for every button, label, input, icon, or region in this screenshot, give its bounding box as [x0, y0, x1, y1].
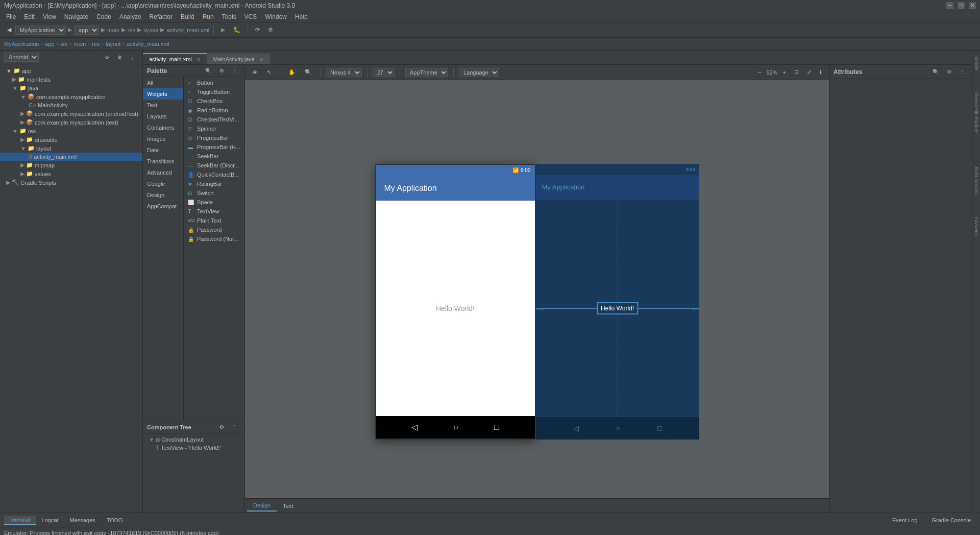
zoom-in-button[interactable]: +: [780, 68, 789, 77]
menu-navigate[interactable]: Navigate: [60, 12, 92, 21]
tree-manifests[interactable]: ▶ 📁 manifests: [0, 75, 142, 84]
info-button[interactable]: ℹ: [817, 68, 825, 77]
bc-app[interactable]: app: [45, 41, 54, 47]
back-button[interactable]: ◀: [4, 26, 14, 34]
palette-item-spinner[interactable]: ▽ Spinner: [185, 124, 243, 133]
terminal-tab[interactable]: Terminal: [4, 516, 36, 525]
canvas-cursor-button[interactable]: ↖: [264, 68, 275, 77]
comp-tree-more[interactable]: ⋮: [229, 423, 240, 431]
close-button[interactable]: ✕: [969, 2, 976, 9]
gradle-console-tab[interactable]: Gradle Console: [927, 516, 976, 524]
palette-cat-date[interactable]: Date: [143, 144, 183, 156]
palette-item-plaintext[interactable]: abc Plain Text: [185, 216, 243, 225]
api-selector[interactable]: 27: [373, 68, 395, 77]
build-variants-tab[interactable]: Build Variants: [973, 163, 980, 199]
bc-activity-main[interactable]: activity_main.xml: [127, 41, 169, 47]
settings-button[interactable]: ⚙: [265, 26, 276, 34]
palette-cat-advanced[interactable]: Advanced: [143, 167, 183, 178]
tree-values[interactable]: ▶ 📁 values: [0, 169, 142, 178]
debug-button[interactable]: 🐛: [230, 26, 243, 34]
canvas-zoom-button[interactable]: 🔍: [302, 68, 315, 77]
maximize-button[interactable]: □: [958, 2, 965, 9]
canvas-eye-button[interactable]: 👁: [249, 68, 261, 77]
menu-window[interactable]: Window: [261, 12, 291, 21]
palette-item-checkbox[interactable]: ☑ CheckBox: [185, 96, 243, 106]
tree-mipmap[interactable]: ▶ 📁 mipmap: [0, 161, 142, 169]
run-button[interactable]: ▶: [218, 26, 228, 34]
tree-package-main[interactable]: ▼ 📦 com.example.myapplication: [0, 92, 142, 101]
comp-constraint-layout[interactable]: ▼ ⊞ ConstraintLayout: [145, 435, 242, 444]
palette-item-checkedtextview[interactable]: ☑ CheckedTextVi...: [185, 115, 243, 124]
attributes-more[interactable]: ⋮: [957, 68, 968, 76]
tree-app[interactable]: ▼ 📁 app: [0, 66, 142, 75]
attributes-search[interactable]: 🔍: [929, 68, 942, 76]
palette-item-button[interactable]: ○ Button: [185, 78, 243, 87]
bc-layout[interactable]: layout: [106, 41, 120, 47]
menu-run[interactable]: Run: [199, 12, 218, 21]
palette-cat-layouts[interactable]: Layouts: [143, 111, 183, 122]
tree-java[interactable]: ▼ 📁 java: [0, 84, 142, 92]
logcat-tab[interactable]: Logcat: [37, 516, 64, 524]
palette-item-togglebutton[interactable]: ○ ToggleButton: [185, 87, 243, 96]
menu-build[interactable]: Build: [177, 12, 199, 21]
palette-cat-all[interactable]: All: [143, 77, 183, 88]
tree-res[interactable]: ▼ 📁 res: [0, 127, 142, 135]
favorites-tab[interactable]: Favorites: [973, 213, 980, 240]
palette-item-password[interactable]: 🔒 Password: [185, 225, 243, 234]
project-settings-button[interactable]: ⚙: [114, 54, 125, 61]
menu-help[interactable]: Help: [291, 12, 312, 21]
canvas-tab-text[interactable]: Text: [277, 501, 299, 511]
menu-view[interactable]: View: [39, 12, 60, 21]
tab-mainactivity-close[interactable]: ✕: [259, 57, 263, 62]
gradle-tab[interactable]: Gradle: [973, 53, 980, 75]
event-log-tab[interactable]: Event Log: [887, 516, 923, 524]
device-selector[interactable]: Nexus 4: [326, 68, 362, 77]
fit-screen-button[interactable]: ⊡: [791, 68, 802, 77]
comp-tree-settings[interactable]: ⚙: [216, 423, 227, 431]
palette-item-textview[interactable]: T TextView: [185, 207, 243, 216]
tree-gradle[interactable]: ▶ 🔨 Gradle Scripts: [0, 178, 142, 187]
sync-button[interactable]: ⟳: [252, 26, 263, 34]
palette-more-button[interactable]: ⋮: [229, 67, 240, 75]
menu-code[interactable]: Code: [92, 12, 115, 21]
tree-package-test[interactable]: ▶ 📦 com.example.myapplication (test): [0, 118, 142, 127]
tree-drawable[interactable]: ▶ 📁 drawable: [0, 135, 142, 144]
tree-activity-main[interactable]: X activity_main.xml: [0, 153, 142, 161]
palette-cat-appcompat[interactable]: AppCompat: [143, 201, 183, 212]
palette-cat-google[interactable]: Google: [143, 178, 183, 189]
module-selector[interactable]: MyApplication: [15, 26, 66, 35]
palette-item-password-num[interactable]: 🔒 Password (Nur...: [185, 234, 243, 244]
minimize-button[interactable]: ─: [946, 2, 953, 9]
menu-tools[interactable]: Tools: [218, 12, 240, 21]
menu-file[interactable]: File: [2, 12, 20, 21]
palette-item-seekbar[interactable]: — SeekBar: [185, 152, 243, 161]
menu-edit[interactable]: Edit: [20, 12, 39, 21]
zoom-out-button[interactable]: −: [755, 68, 764, 77]
bc-res[interactable]: res: [92, 41, 100, 47]
tab-activity-main[interactable]: activity_main.xml ✕: [143, 53, 207, 64]
sync-project-button[interactable]: ⟳: [102, 54, 112, 61]
language-selector[interactable]: Language: [459, 68, 499, 77]
actual-size-button[interactable]: ⤢: [804, 68, 815, 77]
tree-mainactivity[interactable]: C A MainActivity: [0, 101, 142, 109]
tree-layout[interactable]: ▼ 📁 layout: [0, 144, 142, 153]
tree-package-androidtest[interactable]: ▶ 📦 com.example.myapplication (androidTe…: [0, 109, 142, 118]
palette-cat-transitions[interactable]: Transitions: [143, 156, 183, 167]
palette-settings-button[interactable]: ⚙: [216, 67, 227, 75]
project-gear-button[interactable]: ⋮: [127, 54, 138, 61]
bc-src[interactable]: src: [60, 41, 68, 47]
theme-selector[interactable]: AppTheme: [405, 68, 448, 77]
bc-main[interactable]: main: [74, 41, 86, 47]
android-view-selector[interactable]: Android: [4, 53, 39, 62]
palette-cat-text[interactable]: Text: [143, 100, 183, 111]
comp-textview[interactable]: T TextView - 'Hello World!': [145, 444, 242, 452]
messages-tab[interactable]: Messages: [65, 516, 101, 524]
palette-item-ratingbar[interactable]: ★ RatingBar: [185, 179, 243, 188]
window-controls[interactable]: ─ □ ✕: [946, 2, 976, 9]
canvas-tab-design[interactable]: Design: [247, 500, 277, 512]
canvas-pan-button[interactable]: ✋: [285, 68, 299, 77]
palette-cat-images[interactable]: Images: [143, 133, 183, 144]
device-file-tab[interactable]: Device File Explorer: [973, 89, 980, 138]
bc-myapplication[interactable]: MyApplication: [4, 41, 39, 47]
palette-item-space[interactable]: ⬜ Space: [185, 198, 243, 207]
